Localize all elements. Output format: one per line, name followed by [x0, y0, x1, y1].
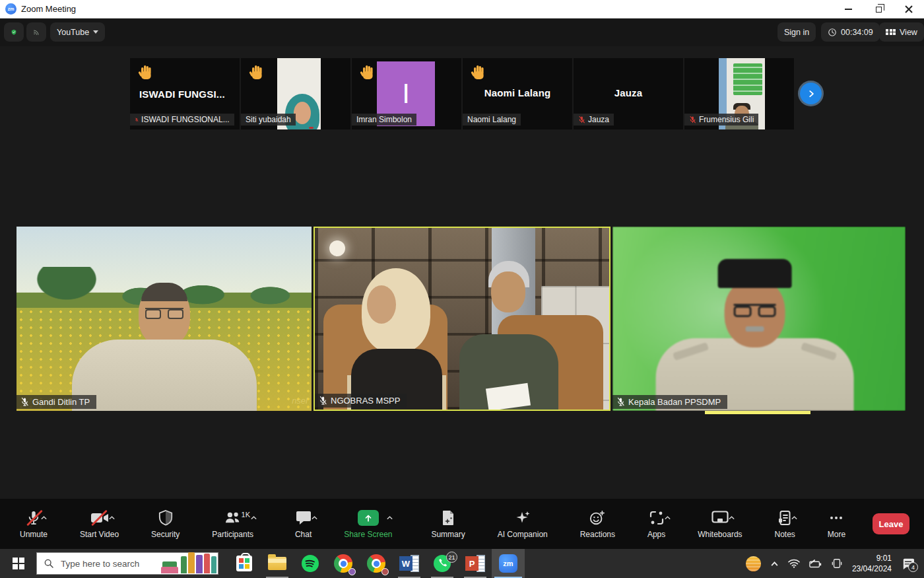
sign-in-button[interactable]: Sign in [777, 22, 816, 42]
taskbar-chrome-profile2[interactable] [360, 549, 393, 578]
video-tile-gandi[interactable]: nsel Gandi Ditlin TP [16, 227, 312, 411]
unmute-button[interactable]: Unmute [15, 509, 53, 539]
chevron-up-icon[interactable] [791, 515, 798, 521]
participant-tile-frumensius[interactable]: Frumensius Gili [684, 58, 794, 129]
books-illustration [161, 550, 216, 573]
windows-taskbar: Type here to search W [0, 549, 924, 578]
chevron-up-icon[interactable] [250, 515, 257, 521]
taskbar-whatsapp[interactable]: 21 [426, 549, 459, 578]
video-tile-ngobras-active-speaker[interactable]: NGOBRAS MSPP [314, 227, 610, 411]
chat-icon [296, 509, 312, 526]
reactions-button[interactable]: Reactions [575, 509, 620, 539]
participant-name-text: ISWADI FUNGSI... [130, 89, 240, 100]
lips [309, 127, 314, 129]
face [491, 271, 525, 312]
clock-date: 23/04/2024 [852, 563, 892, 574]
taskbar-clock[interactable]: 9:01 23/04/2024 [852, 553, 892, 574]
apps-button[interactable]: Apps [642, 509, 671, 539]
participant-name: ISWADI FUNGSIONAL... [141, 115, 230, 124]
participant-tile-imran[interactable]: I Imran Simbolon [352, 58, 461, 129]
person-silhouette [649, 259, 861, 411]
tray-app-button[interactable] [746, 556, 761, 571]
summary-label: Summary [431, 530, 465, 539]
taskbar-spotify[interactable] [294, 549, 327, 578]
more-button[interactable]: More [822, 509, 851, 539]
taskbar-chrome-profile1[interactable] [327, 549, 360, 578]
start-video-button[interactable]: Start Video [75, 509, 124, 539]
ai-companion-button[interactable]: AI Companion [492, 509, 553, 539]
face [725, 279, 785, 347]
view-button[interactable]: View [879, 22, 924, 42]
participant-tile-siti[interactable]: Siti yubaidah [241, 58, 350, 129]
whiteboards-label: Whiteboards [698, 530, 742, 539]
security-button[interactable]: Security [146, 509, 185, 539]
person-silhouette-left [347, 268, 446, 410]
chat-button[interactable]: Chat [290, 509, 317, 539]
start-button[interactable] [7, 552, 30, 575]
face [139, 285, 190, 346]
action-center-button[interactable]: 4 [902, 558, 915, 569]
shield-icon [158, 509, 173, 526]
restore-button[interactable] [863, 0, 894, 18]
timer-value: 00:34:09 [841, 28, 873, 37]
taskbar-zoom-active[interactable]: zm [492, 549, 525, 578]
file-explorer-icon [268, 557, 286, 570]
leave-button[interactable]: Leave [873, 513, 909, 534]
whiteboards-button[interactable]: Whiteboards [692, 509, 747, 539]
minimize-button[interactable] [833, 0, 863, 18]
taskbar-word[interactable]: W [393, 549, 426, 578]
wifi-button[interactable] [788, 559, 800, 568]
zoom-meeting-window: zm Zoom Meeting YouTube Sign in 00:34:09 [0, 0, 924, 578]
camera-off-icon [90, 509, 109, 526]
meeting-timer[interactable]: 00:34:09 [821, 22, 880, 42]
powerpoint-icon: P [465, 554, 485, 573]
summary-button[interactable]: Summary [426, 509, 470, 539]
notes-button[interactable]: Notes [769, 509, 800, 539]
participants-button[interactable]: 1K Participants [207, 509, 268, 539]
sun-icon [746, 556, 761, 571]
chevron-up-icon[interactable] [108, 515, 116, 521]
participant-tile-naomi[interactable]: Naomi Lalang Naomi Lalang [463, 58, 572, 129]
chevron-up-icon[interactable] [311, 515, 318, 521]
mustache [746, 326, 764, 332]
participant-tile-iswadi[interactable]: ISWADI FUNGSI... ISWADI FUNGSIONAL... [130, 58, 240, 129]
security-encryption-button[interactable] [4, 22, 24, 42]
taskbar-file-explorer[interactable] [261, 549, 294, 578]
meeting-info-bar: YouTube Sign in 00:34:09 View [0, 18, 924, 46]
participant-tile-jauza[interactable]: Jauza Jauza [574, 58, 683, 129]
spotify-icon [301, 554, 319, 573]
window-controls [833, 0, 924, 18]
chevron-down-icon [93, 30, 98, 34]
close-button[interactable] [894, 0, 924, 18]
taskbar-search[interactable]: Type here to search [36, 552, 218, 575]
hair [141, 283, 187, 301]
word-icon: W [399, 554, 419, 573]
person-silhouette-right [450, 261, 562, 410]
leave-label: Leave [879, 519, 904, 529]
wifi-icon [788, 559, 800, 568]
hidden-icons-button[interactable] [770, 561, 779, 567]
chevron-up-icon [770, 561, 779, 567]
chevron-up-icon[interactable] [728, 515, 735, 521]
participant-name-text: Jauza [574, 87, 683, 98]
participant-video [612, 227, 906, 411]
next-participants-button[interactable] [800, 83, 822, 104]
participant-name: Frumensius Gili [699, 115, 754, 124]
share-screen-button[interactable]: Share Screen [339, 509, 404, 539]
chevron-up-icon[interactable] [386, 515, 393, 521]
taskbar-powerpoint[interactable]: P [459, 549, 492, 578]
video-tile-kepala-badan[interactable]: Kepala Badan PPSDMP [612, 227, 906, 411]
shirt [72, 340, 257, 411]
chevron-right-icon [807, 89, 816, 98]
search-placeholder: Type here to search [61, 559, 139, 569]
battery-button[interactable] [809, 559, 822, 568]
participants-count: 1K [242, 511, 250, 519]
sign-in-label: Sign in [784, 28, 809, 37]
taskbar-microsoft-store[interactable] [228, 549, 261, 578]
minimize-icon [845, 9, 852, 10]
chevron-up-icon[interactable] [664, 515, 671, 521]
phone-link-button[interactable] [832, 558, 842, 569]
live-stream-button[interactable] [26, 22, 46, 42]
chevron-up-icon[interactable] [40, 515, 48, 521]
youtube-live-dropdown[interactable]: YouTube [50, 22, 105, 42]
